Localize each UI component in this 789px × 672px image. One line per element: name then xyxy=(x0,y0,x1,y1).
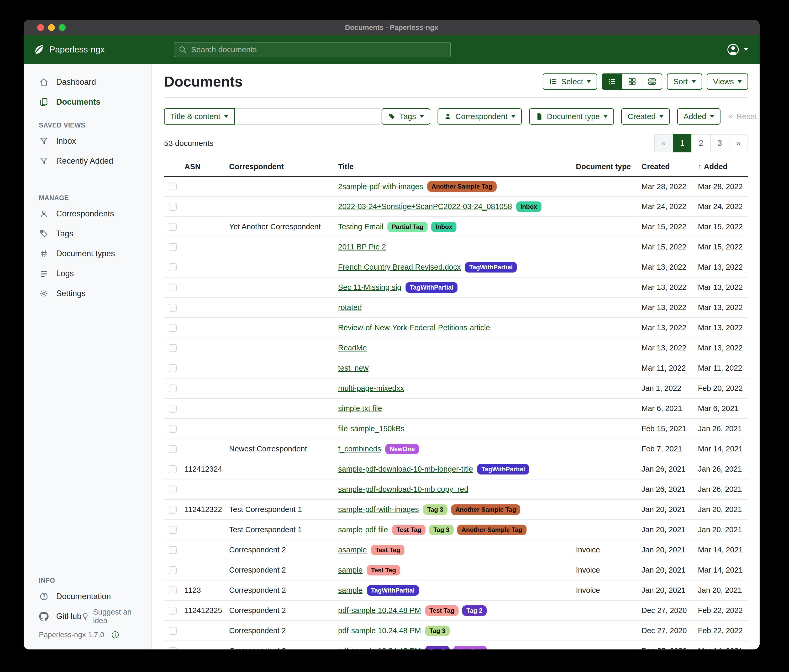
created-column-header[interactable]: Created xyxy=(638,159,694,176)
document-title-link[interactable]: 2011 BP Pie 2 xyxy=(338,243,386,251)
document-type-filter-button[interactable]: Document type xyxy=(529,108,614,124)
suggest-idea-link[interactable]: Suggest an idea xyxy=(81,608,144,625)
document-title-link[interactable]: sample-pdf-download-10-mb copy_red xyxy=(338,485,468,494)
tag-pill[interactable]: Test Tag xyxy=(371,545,404,555)
document-type-column-header[interactable]: Document type xyxy=(572,159,638,176)
tag-pill[interactable]: Tag 3 xyxy=(423,505,447,515)
pagination-prev-button[interactable]: « xyxy=(654,134,673,152)
tag-pill[interactable]: Tag 2 xyxy=(462,605,487,616)
row-checkbox[interactable] xyxy=(169,344,177,352)
document-title-link[interactable]: sample-pdf-with-images xyxy=(338,505,419,514)
document-title-link[interactable]: ReadMe xyxy=(338,344,367,352)
row-checkbox[interactable] xyxy=(169,223,177,231)
document-title-link[interactable]: sample xyxy=(338,586,363,595)
row-checkbox[interactable] xyxy=(169,425,177,433)
search-input[interactable] xyxy=(190,45,446,54)
pagination-next-button[interactable]: » xyxy=(729,134,748,152)
tag-pill[interactable]: Inbox xyxy=(431,221,457,232)
info-circle-icon[interactable] xyxy=(111,631,120,639)
row-checkbox[interactable] xyxy=(169,506,177,514)
row-checkbox[interactable] xyxy=(169,405,177,412)
row-checkbox[interactable] xyxy=(169,183,177,190)
list-view-button[interactable] xyxy=(602,73,622,90)
close-window-button[interactable] xyxy=(37,24,44,31)
document-title-link[interactable]: Review-of-New-York-Federal-Petitions-art… xyxy=(338,323,490,332)
correspondent-filter-button[interactable]: Correspondent xyxy=(438,108,522,124)
tag-pill[interactable]: Test Tag xyxy=(425,605,458,616)
tag-pill[interactable]: Another Sample Tag xyxy=(457,525,527,535)
tag-pill[interactable]: Test Tag xyxy=(392,525,425,535)
tag-pill[interactable]: Another Sample Tag xyxy=(427,181,497,192)
title-content-dropdown-button[interactable]: Title & content xyxy=(164,108,235,124)
tag-pill[interactable]: Another Sample Tag xyxy=(451,505,521,515)
row-checkbox[interactable] xyxy=(169,364,177,372)
added-filter-button[interactable]: Added xyxy=(677,108,720,124)
tag-pill[interactable]: TagWithPartial xyxy=(465,262,517,272)
sidebar-item-document-types[interactable]: Document types xyxy=(24,244,151,264)
row-checkbox[interactable] xyxy=(169,647,177,650)
document-title-link[interactable]: f_combineds xyxy=(338,444,381,453)
views-dropdown-button[interactable]: Views xyxy=(707,73,748,90)
grid-view-button[interactable] xyxy=(622,73,642,90)
pagination-page-2[interactable]: 2 xyxy=(692,134,711,152)
row-checkbox[interactable] xyxy=(169,566,177,574)
row-checkbox[interactable] xyxy=(169,627,177,635)
tag-pill[interactable]: NewOne xyxy=(453,646,487,650)
tag-pill[interactable]: NewOne xyxy=(385,444,419,454)
filter-text-input[interactable] xyxy=(235,108,382,124)
document-title-link[interactable]: 2022-03-24+Sonstige+ScanPC2022-03-24_081… xyxy=(338,202,512,211)
sidebar-item-github[interactable]: GitHub xyxy=(24,607,81,626)
sidebar-item-logs[interactable]: Logs xyxy=(24,264,151,283)
tag-pill[interactable]: TagWithPartial xyxy=(367,585,419,596)
tag-pill[interactable]: TagWithPartial xyxy=(406,282,457,293)
reset-filters-button[interactable]: × Reset filters xyxy=(728,112,760,121)
row-checkbox[interactable] xyxy=(169,586,177,594)
document-title-link[interactable]: asample xyxy=(338,546,367,554)
row-checkbox[interactable] xyxy=(169,526,177,534)
row-checkbox[interactable] xyxy=(169,546,177,554)
tags-filter-button[interactable]: Tags xyxy=(382,108,430,124)
row-checkbox[interactable] xyxy=(169,486,177,494)
sidebar-item-documents[interactable]: Documents xyxy=(24,92,151,112)
document-title-link[interactable]: sample-pdf-file xyxy=(338,525,388,534)
document-title-link[interactable]: pdf-sample 10.24.48 PM xyxy=(338,626,421,635)
row-checkbox[interactable] xyxy=(169,465,177,473)
sidebar-item-inbox[interactable]: Inbox xyxy=(24,131,151,151)
correspondent-column-header[interactable]: Correspondent xyxy=(225,159,334,176)
document-title-link[interactable]: test_new xyxy=(338,364,369,373)
document-title-link[interactable]: 2sample-pdf-with-images xyxy=(338,182,423,191)
tag-pill[interactable]: TagWithPartial xyxy=(477,464,529,475)
row-checkbox[interactable] xyxy=(169,445,177,453)
document-title-link[interactable]: Sec 11-Missing sig xyxy=(338,283,401,292)
created-filter-button[interactable]: Created xyxy=(621,108,670,124)
zoom-window-button[interactable] xyxy=(59,24,65,31)
document-title-link[interactable]: French Country Bread Revised.docx xyxy=(338,263,461,271)
row-checkbox[interactable] xyxy=(169,203,177,211)
document-title-link[interactable]: multi-page-mixedxx xyxy=(338,384,404,393)
row-checkbox[interactable] xyxy=(169,263,177,271)
brand[interactable]: Paperless-ngx xyxy=(33,44,174,55)
minimize-window-button[interactable] xyxy=(48,24,55,31)
sidebar-item-settings[interactable]: Settings xyxy=(24,283,151,304)
row-checkbox[interactable] xyxy=(169,243,177,251)
row-checkbox[interactable] xyxy=(169,607,177,615)
document-title-link[interactable]: pdf-sample 10.24.48 PM xyxy=(338,606,421,615)
asn-column-header[interactable]: ASN xyxy=(181,159,225,176)
tag-pill[interactable]: Tag 2 xyxy=(425,646,450,650)
row-checkbox[interactable] xyxy=(169,283,177,291)
tag-pill[interactable]: Tag 3 xyxy=(425,626,450,636)
row-checkbox[interactable] xyxy=(169,385,177,392)
global-search[interactable] xyxy=(174,42,451,57)
sidebar-item-dashboard[interactable]: Dashboard xyxy=(24,72,151,92)
pagination-page-3[interactable]: 3 xyxy=(710,134,730,152)
document-title-link[interactable]: rotated xyxy=(338,303,362,312)
document-title-link[interactable]: sample xyxy=(338,566,363,575)
pagination-page-1[interactable]: 1 xyxy=(673,134,692,152)
document-title-link[interactable]: sample-pdf-download-10-mb-longer-title xyxy=(338,465,473,473)
document-title-link[interactable]: file-sample_150kBs xyxy=(338,424,404,433)
sidebar-item-tags[interactable]: Tags xyxy=(24,224,151,244)
tag-pill[interactable]: Tag 3 xyxy=(429,525,454,535)
user-menu[interactable] xyxy=(727,43,748,56)
tag-pill[interactable]: Test Tag xyxy=(367,565,400,575)
title-column-header[interactable]: Title xyxy=(334,159,572,176)
